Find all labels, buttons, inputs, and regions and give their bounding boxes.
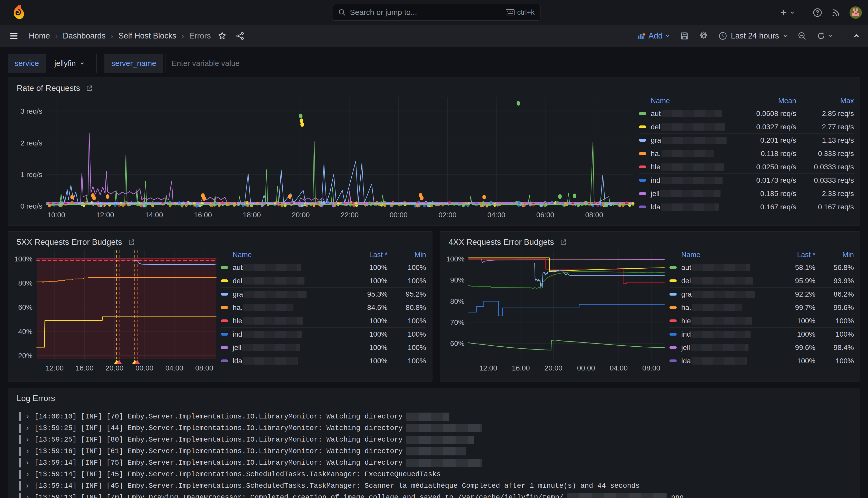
save-dashboard-button[interactable] xyxy=(680,31,689,41)
error-budget-5xx-chart[interactable]: 12:0016:0020:0000:0004:0008:0020%40%60%8… xyxy=(8,247,218,377)
external-link-icon[interactable] xyxy=(128,239,135,246)
series-name[interactable]: ind xyxy=(651,176,732,184)
series-name[interactable]: gra xyxy=(651,136,732,144)
series-color-swatch[interactable] xyxy=(639,126,646,128)
series-name[interactable]: ha. xyxy=(233,303,344,312)
series-color-swatch[interactable] xyxy=(221,293,228,296)
series-color-swatch[interactable] xyxy=(669,266,677,269)
mega-menu-button[interactable] xyxy=(9,31,19,40)
series-name[interactable]: aut xyxy=(651,109,732,118)
legend-col-name[interactable]: Name xyxy=(681,251,772,259)
series-color-swatch[interactable] xyxy=(639,166,646,168)
series-color-swatch[interactable] xyxy=(669,279,677,282)
expand-chevron-icon[interactable]: › xyxy=(25,458,30,467)
expand-chevron-icon[interactable]: › xyxy=(25,435,30,444)
series-name[interactable]: aut xyxy=(681,263,772,272)
legend-col-2[interactable]: Min xyxy=(388,251,426,259)
series-name[interactable]: del xyxy=(651,123,732,131)
add-button[interactable]: Add xyxy=(637,31,670,41)
expand-chevron-icon[interactable]: › xyxy=(25,412,30,421)
series-color-swatch[interactable] xyxy=(221,319,228,322)
series-name[interactable]: del xyxy=(233,277,344,285)
series-name[interactable]: ind xyxy=(681,330,772,338)
log-line[interactable]: ›[13:59:14] [INF] [45] Emby.Server.Imple… xyxy=(19,480,852,492)
kiosk-collapse-button[interactable] xyxy=(853,32,860,40)
log-line[interactable]: ›[13:59:14] [INF] [45] Emby.Server.Imple… xyxy=(19,469,852,480)
new-button[interactable] xyxy=(779,9,795,17)
series-name[interactable]: lda xyxy=(681,357,772,365)
series-name[interactable]: jell xyxy=(681,343,772,352)
series-name[interactable]: aut xyxy=(233,263,344,272)
external-link-icon[interactable] xyxy=(86,85,93,92)
time-range-picker[interactable]: Last 24 hours xyxy=(719,31,788,41)
series-color-swatch[interactable] xyxy=(669,306,677,309)
series-name[interactable]: gra xyxy=(681,290,772,298)
series-name[interactable]: del xyxy=(681,277,772,285)
series-color-swatch[interactable] xyxy=(221,306,228,309)
legend-col-name[interactable]: Name xyxy=(651,97,732,105)
expand-chevron-icon[interactable]: › xyxy=(25,493,30,498)
legend-col-2[interactable]: Min xyxy=(815,251,854,259)
series-color-swatch[interactable] xyxy=(639,139,646,142)
expand-chevron-icon[interactable]: › xyxy=(25,447,30,456)
refresh-button[interactable] xyxy=(816,31,833,41)
news-button[interactable] xyxy=(831,8,841,17)
log-line[interactable]: ›[13:59:16] [INF] [61] Emby.Server.Imple… xyxy=(19,445,852,457)
series-color-swatch[interactable] xyxy=(639,179,646,182)
series-name[interactable]: hle xyxy=(681,317,772,325)
series-name[interactable]: ind xyxy=(233,330,344,338)
series-name[interactable]: lda xyxy=(233,357,344,365)
expand-chevron-icon[interactable]: › xyxy=(25,482,30,490)
external-link-icon[interactable] xyxy=(560,239,567,246)
series-name[interactable]: hle xyxy=(233,317,344,325)
series-color-swatch[interactable] xyxy=(221,346,228,349)
series-name[interactable]: lda xyxy=(651,203,732,211)
legend-col-1[interactable]: Last * xyxy=(772,251,815,259)
series-name[interactable]: ha. xyxy=(651,149,732,158)
rate-of-requests-chart[interactable]: 10:0012:0014:0016:0018:0020:0022:0000:00… xyxy=(8,93,636,222)
legend-col-2[interactable]: Max xyxy=(796,97,854,105)
series-color-swatch[interactable] xyxy=(639,112,646,115)
breadcrumb-item-dashboards[interactable]: Dashboards xyxy=(63,31,106,41)
star-icon[interactable] xyxy=(217,31,227,41)
breadcrumb-item-home[interactable]: Home xyxy=(29,31,50,41)
panel-title[interactable]: 5XX Requests Error Budgets xyxy=(8,232,432,247)
series-color-swatch[interactable] xyxy=(669,319,677,322)
series-color-swatch[interactable] xyxy=(221,279,228,282)
series-color-swatch[interactable] xyxy=(221,359,228,362)
log-line[interactable]: ›[14:00:10] [INF] [70] Emby.Server.Imple… xyxy=(19,411,852,422)
grafana-logo[interactable] xyxy=(11,4,26,20)
series-color-swatch[interactable] xyxy=(639,152,646,155)
search-input[interactable]: Search or jump to... ctrl+k xyxy=(332,4,540,21)
variable-value-input[interactable]: Enter variable value xyxy=(165,54,288,73)
panel-title[interactable]: 4XX Requests Error Budgets xyxy=(440,232,860,247)
breadcrumb-item-self-host-blocks[interactable]: Self Host Blocks xyxy=(119,31,176,41)
series-color-swatch[interactable] xyxy=(221,333,228,336)
series-color-swatch[interactable] xyxy=(669,359,677,362)
log-line[interactable]: ›[13:59:25] [INF] [44] Emby.Server.Imple… xyxy=(19,422,852,434)
legend-col-1[interactable]: Mean xyxy=(732,97,796,105)
dashboard-settings-button[interactable] xyxy=(699,31,709,41)
legend-col-1[interactable]: Last * xyxy=(344,251,388,259)
panel-title[interactable]: Rate of Requests xyxy=(8,78,860,93)
series-color-swatch[interactable] xyxy=(669,333,677,336)
series-name[interactable]: gra xyxy=(233,290,344,298)
log-line[interactable]: ›[13:59:25] [INF] [80] Emby.Server.Imple… xyxy=(19,434,852,445)
log-line[interactable]: ›[13:59:13] [INF] [70] Emby.Drawing.Imag… xyxy=(19,492,852,498)
help-button[interactable] xyxy=(813,8,822,17)
series-name[interactable]: jell xyxy=(651,189,732,198)
share-icon[interactable] xyxy=(236,31,245,41)
expand-chevron-icon[interactable]: › xyxy=(25,424,30,433)
series-color-swatch[interactable] xyxy=(639,192,646,195)
series-name[interactable]: ha. xyxy=(681,303,772,312)
series-color-swatch[interactable] xyxy=(221,266,228,269)
variable-value-select[interactable]: jellyfin xyxy=(48,54,97,73)
avatar[interactable] xyxy=(850,6,862,19)
expand-chevron-icon[interactable]: › xyxy=(25,470,30,479)
series-color-swatch[interactable] xyxy=(669,293,677,296)
zoom-out-button[interactable] xyxy=(798,31,807,41)
legend-col-name[interactable]: Name xyxy=(233,251,344,259)
series-color-swatch[interactable] xyxy=(669,346,677,349)
series-name[interactable]: jell xyxy=(233,343,344,352)
series-color-swatch[interactable] xyxy=(639,206,646,208)
